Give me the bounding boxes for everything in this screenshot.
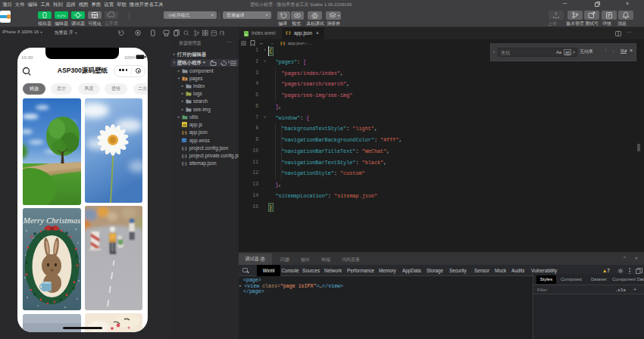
svg-text:</>: </> (58, 14, 66, 19)
svg-text:JS: JS (183, 123, 186, 127)
svg-text:Merry Christmas: Merry Christmas (23, 216, 80, 225)
